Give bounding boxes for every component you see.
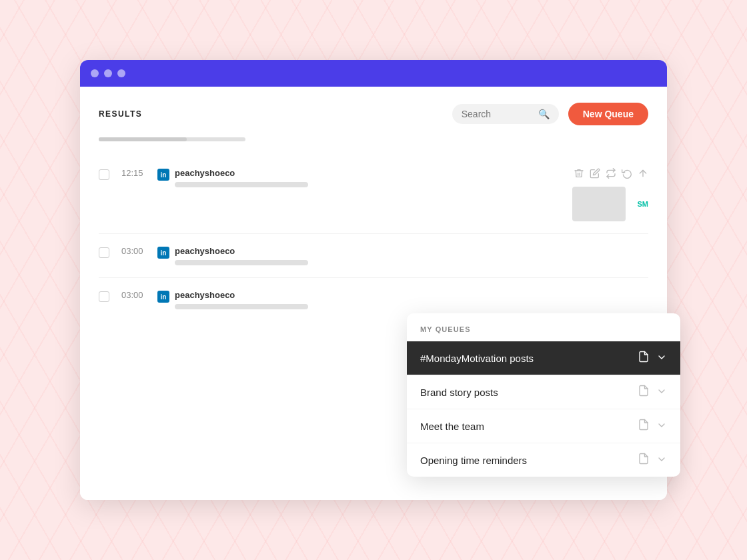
table-row: 12:15 in peachyshoeco <box>99 156 648 234</box>
post-checkbox-2[interactable] <box>99 247 109 258</box>
app-window: RESULTS 🔍 New Queue 12:15 <box>80 60 667 500</box>
post-time-2: 03:00 <box>121 246 148 256</box>
post-content-bar-1 <box>175 182 308 187</box>
linkedin-icon-2: in <box>157 247 169 259</box>
sm-badge: SM <box>638 200 649 208</box>
post-info-1: peachyshoeco <box>175 168 308 187</box>
post-content-bar-2 <box>175 260 308 265</box>
post-info-3: peachyshoeco <box>175 290 308 309</box>
post-checkbox-3[interactable] <box>99 291 109 302</box>
queue-name-2: Brand story posts <box>420 387 638 398</box>
list-item[interactable]: Meet the team <box>407 409 680 443</box>
post-checkbox-1[interactable] <box>99 169 109 180</box>
queue-name-3: Meet the team <box>420 421 638 432</box>
queue-name-4: Opening time reminders <box>420 455 638 466</box>
queue-file-icon-1 <box>638 351 650 365</box>
post-left: 12:15 in peachyshoeco <box>99 168 562 187</box>
search-box[interactable]: 🔍 <box>452 104 559 124</box>
delete-icon[interactable] <box>574 168 584 181</box>
window-dot-2 <box>104 69 112 77</box>
post-account-1: peachyshoeco <box>175 168 308 178</box>
table-row: 03:00 in peachyshoeco <box>99 234 648 278</box>
progress-bar-container <box>99 137 648 141</box>
titlebar <box>80 60 667 87</box>
queue-file-icon-2 <box>638 385 650 399</box>
header-actions: 🔍 New Queue <box>452 103 648 125</box>
retweet-icon[interactable] <box>606 168 616 181</box>
edit-icon[interactable] <box>590 168 600 181</box>
post-content-bar-3 <box>175 304 308 309</box>
post-info-2: peachyshoeco <box>175 246 308 265</box>
main-content: RESULTS 🔍 New Queue 12:15 <box>80 87 667 500</box>
page-title: RESULTS <box>99 109 142 119</box>
chevron-down-icon-4 <box>656 454 667 467</box>
post-account-3: peachyshoeco <box>175 290 308 300</box>
chevron-down-icon-2 <box>656 386 667 399</box>
linkedin-icon-1: in <box>157 169 169 181</box>
search-icon: 🔍 <box>538 109 550 119</box>
queues-header: MY QUEUES <box>407 313 680 341</box>
queue-name-1: #MondayMotivation posts <box>420 353 638 364</box>
queues-dropdown: MY QUEUES #MondayMotivation posts Brand … <box>407 313 680 477</box>
post-list: 12:15 in peachyshoeco <box>99 156 648 321</box>
list-item[interactable]: #MondayMotivation posts <box>407 341 680 375</box>
repeat-icon[interactable] <box>622 168 632 181</box>
list-item[interactable]: Opening time reminders <box>407 443 680 477</box>
header-row: RESULTS 🔍 New Queue <box>99 103 648 125</box>
post-image-1 <box>572 187 626 221</box>
action-icons-row <box>574 168 648 181</box>
progress-bar-fill <box>99 137 187 141</box>
chevron-down-icon-3 <box>656 420 667 433</box>
progress-bar-track <box>99 137 245 141</box>
queue-file-icon-3 <box>638 419 650 433</box>
window-dot-1 <box>91 69 99 77</box>
linkedin-icon-3: in <box>157 291 169 303</box>
post-right-1: SM <box>562 168 649 221</box>
chevron-down-icon-1 <box>656 352 667 365</box>
new-queue-button[interactable]: New Queue <box>568 103 648 125</box>
window-dot-3 <box>117 69 125 77</box>
queue-file-icon-4 <box>638 453 650 467</box>
arrow-up-icon[interactable] <box>638 168 648 181</box>
post-account-2: peachyshoeco <box>175 246 308 256</box>
search-input[interactable] <box>462 109 533 119</box>
list-item[interactable]: Brand story posts <box>407 375 680 409</box>
post-time-3: 03:00 <box>121 290 148 300</box>
post-time-1: 12:15 <box>121 168 148 178</box>
